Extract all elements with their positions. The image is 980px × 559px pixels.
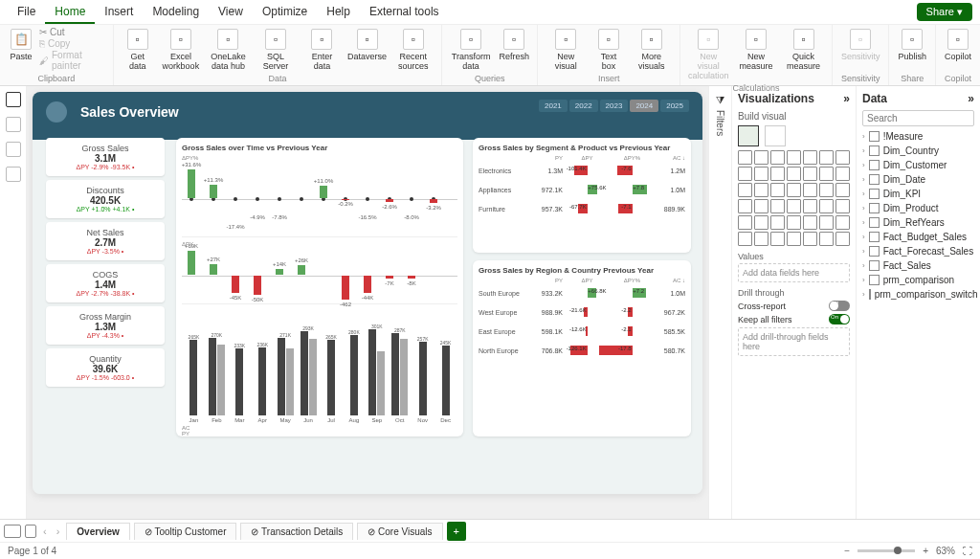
collapse-icon[interactable]: »: [843, 92, 850, 105]
viz-type-10[interactable]: [787, 167, 801, 181]
card-gross-by-region[interactable]: Gross Sales by Region & Country Previous…: [473, 260, 691, 436]
report-canvas[interactable]: Sales Overview 20212022202320242025 Gros…: [27, 86, 708, 519]
viz-type-39[interactable]: [803, 232, 817, 246]
viz-type-27[interactable]: [835, 199, 850, 213]
viz-type-38[interactable]: [787, 232, 801, 246]
viz-type-29[interactable]: [754, 215, 768, 230]
text-box-button[interactable]: ▫Text box: [590, 27, 626, 73]
viz-type-5[interactable]: [819, 150, 834, 165]
card-gross-over-time[interactable]: Gross Sales over Time vs Previous Year Δ…: [176, 138, 463, 436]
add-page-button[interactable]: +: [447, 522, 466, 541]
row-electronics[interactable]: Electronics1.3M-101.4K-7.61.2M: [479, 161, 685, 180]
new-measure-button[interactable]: ▫New measure: [734, 27, 779, 73]
viz-type-8[interactable]: [754, 167, 768, 181]
menu-home[interactable]: Home: [45, 1, 95, 24]
search-input[interactable]: [862, 110, 974, 126]
menu-help[interactable]: Help: [317, 1, 360, 24]
menu-optimize[interactable]: Optimize: [253, 1, 317, 24]
next-page-button[interactable]: ›: [54, 525, 63, 537]
viz-type-41[interactable]: [835, 232, 850, 246]
viz-type-30[interactable]: [770, 215, 785, 230]
dataverse-button[interactable]: ▫Dataverse: [346, 27, 389, 63]
viz-type-37[interactable]: [770, 232, 785, 246]
menu-view[interactable]: View: [209, 1, 253, 24]
kpi-cogs[interactable]: COGS1.4MΔPY -2.7% -38.8K •: [46, 264, 165, 302]
viz-type-0[interactable]: [738, 150, 752, 165]
paste-button[interactable]: 📋Paste: [6, 27, 36, 63]
year-2021[interactable]: 2021: [539, 100, 568, 112]
get-data-button[interactable]: ▫Get data: [120, 27, 156, 73]
report-view-icon[interactable]: [6, 92, 21, 107]
quick-measure-button[interactable]: ▫Quick measure: [781, 27, 826, 73]
viz-type-6[interactable]: [835, 150, 850, 165]
page-tab-transaction-details[interactable]: ⊘ Transaction Details: [240, 523, 353, 540]
table-dim_customer[interactable]: ›Dim_Customer: [862, 158, 974, 172]
model-view-icon[interactable]: [6, 142, 21, 157]
year-2023[interactable]: 2023: [600, 100, 629, 112]
table-prm_comparison_switch[interactable]: ›prm_comparison_switch: [862, 287, 974, 302]
viz-type-1[interactable]: [754, 150, 768, 165]
cut-button[interactable]: ✂ Cut: [39, 27, 107, 37]
prev-page-button[interactable]: ‹: [40, 525, 50, 537]
year-2025[interactable]: 2025: [660, 100, 689, 112]
table-fact_forecast_sales[interactable]: ›Fact_Forecast_Sales: [862, 244, 974, 258]
publish-button[interactable]: ▫Publish: [895, 27, 929, 63]
viz-type-14[interactable]: [738, 183, 752, 197]
viz-type-9[interactable]: [770, 167, 785, 181]
viz-type-21[interactable]: [738, 199, 752, 213]
kpi-net-sales[interactable]: Net Sales2.7MΔPY -3.5% •: [46, 222, 165, 260]
table-!measure[interactable]: ›!Measure: [862, 129, 974, 144]
dax-view-icon[interactable]: [6, 167, 21, 182]
fit-page-icon[interactable]: ⛶: [963, 546, 972, 556]
zoom-out-button[interactable]: −: [844, 546, 850, 556]
row-east-europe[interactable]: East Europe598.1K-12.6K-2.1585.5K: [479, 322, 685, 341]
values-dropzone[interactable]: Add data fields here: [738, 263, 850, 282]
table-dim_kpi[interactable]: ›Dim_KPI: [862, 187, 974, 201]
table-fact_budget_sales[interactable]: ›Fact_Budget_Sales: [862, 230, 974, 244]
viz-type-19[interactable]: [819, 183, 834, 197]
keep-filters-toggle[interactable]: On: [829, 314, 850, 324]
viz-type-20[interactable]: [835, 183, 850, 197]
year-2024[interactable]: 2024: [630, 100, 658, 112]
viz-type-32[interactable]: [803, 215, 817, 230]
copilot-button[interactable]: ▫Copilot: [942, 27, 974, 63]
table-dim_refyears[interactable]: ›Dim_RefYears: [862, 215, 974, 230]
viz-type-34[interactable]: [835, 215, 850, 230]
viz-type-17[interactable]: [787, 183, 801, 197]
row-north-europe[interactable]: North Europe706.8K-126.1K-17.8580.7K: [479, 341, 685, 360]
viz-type-3[interactable]: [787, 150, 801, 165]
menu-external-tools[interactable]: External tools: [360, 1, 449, 24]
row-south-europe[interactable]: South Europe933.2K+66.8K+7.21.0M: [479, 283, 685, 302]
viz-type-28[interactable]: [738, 215, 752, 230]
viz-type-16[interactable]: [770, 183, 785, 197]
zoom-in-button[interactable]: +: [923, 546, 928, 556]
viz-type-35[interactable]: [738, 232, 752, 246]
enter-data-button[interactable]: ▫Enter data: [301, 27, 343, 73]
new-visual-button[interactable]: ▫New visual: [544, 27, 588, 73]
table-fact_sales[interactable]: ›Fact_Sales: [862, 258, 974, 273]
viz-type-7[interactable]: [738, 167, 752, 181]
viz-type-26[interactable]: [819, 199, 834, 213]
zoom-slider[interactable]: [858, 549, 915, 552]
kpi-gross-sales[interactable]: Gross Sales3.1MΔPY -2.9% -93.5K •: [46, 138, 165, 176]
viz-type-23[interactable]: [770, 199, 785, 213]
mobile-layout-icon[interactable]: [25, 525, 36, 538]
format-visual-tab[interactable]: [765, 125, 786, 146]
viz-type-24[interactable]: [787, 199, 801, 213]
drillthrough-dropzone[interactable]: Add drill-through fields here: [738, 327, 850, 356]
row-furniture[interactable]: Furniture957.3K-67.7K-7.1889.9K: [479, 199, 685, 218]
row-appliances[interactable]: Appliances972.1K+75.6K+7.81.0M: [479, 180, 685, 199]
excel-workbook-button[interactable]: ▫Excel workbook: [159, 27, 204, 73]
transform-data-button[interactable]: ▫Transform data: [448, 27, 494, 73]
viz-type-40[interactable]: [819, 232, 834, 246]
table-prm_comparison[interactable]: ›prm_comparison: [862, 273, 974, 287]
viz-type-22[interactable]: [754, 199, 768, 213]
menu-insert[interactable]: Insert: [95, 1, 143, 24]
year-2022[interactable]: 2022: [569, 100, 598, 112]
viz-type-13[interactable]: [835, 167, 850, 181]
viz-type-36[interactable]: [754, 232, 768, 246]
viz-type-12[interactable]: [819, 167, 834, 181]
menu-modeling[interactable]: Modeling: [143, 1, 209, 24]
viz-type-18[interactable]: [803, 183, 817, 197]
collapse-icon[interactable]: »: [968, 92, 974, 105]
